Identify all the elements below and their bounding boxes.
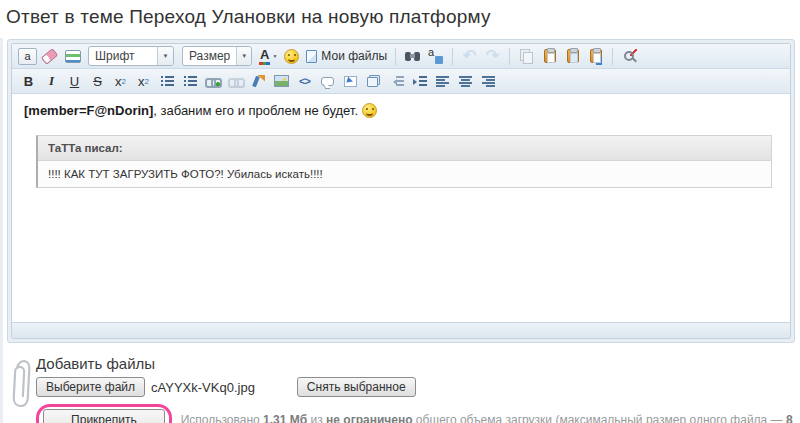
quote-header: ТаТТа писал: — [38, 136, 771, 161]
align-center-icon — [459, 76, 472, 87]
bbcode-toggle-button[interactable]: a — [18, 48, 37, 65]
paste-word-button[interactable] — [585, 46, 606, 66]
undo-button[interactable]: ↶ — [459, 46, 480, 66]
message-text: , забаним его и проблем не будет. — [153, 103, 361, 118]
smiley-icon — [284, 49, 299, 64]
align-left-icon — [436, 76, 449, 87]
find-replace-button[interactable] — [619, 46, 640, 66]
chevron-down-icon[interactable]: ▼ — [236, 47, 251, 65]
toolbar-separator — [509, 48, 510, 65]
paste-plain-icon — [567, 49, 579, 63]
attach-file-row: Прикрепить файл Использовано 1,31 Мб из … — [36, 404, 800, 423]
clear-selection-button[interactable]: Снять выбранное — [297, 377, 416, 397]
attachments-heading: Добавить файлы — [36, 355, 800, 372]
indent-icon — [413, 76, 427, 87]
choose-file-button[interactable]: Выберите файл — [36, 377, 145, 397]
smiley-icon — [362, 103, 377, 118]
size-dropdown[interactable]: Размер ▼ — [182, 46, 252, 66]
search-button[interactable] — [402, 46, 423, 66]
eraser-icon — [41, 48, 58, 65]
usage-prefix: Использовано — [181, 413, 263, 423]
highlight-button[interactable] — [62, 46, 83, 66]
my-files-label: Мои файлы — [321, 49, 387, 63]
emoticons-button[interactable] — [281, 46, 302, 66]
underline-label: U — [70, 74, 79, 89]
editor-resize-bar[interactable] — [12, 322, 790, 338]
message-paragraph: [member=F@nDorin], забаним его и проблем… — [24, 102, 778, 120]
paste-plain-button[interactable] — [562, 46, 583, 66]
bbcode-toggle-label: a — [24, 50, 30, 62]
usage-limit: не ограничено — [326, 413, 412, 423]
bold-label: B — [24, 74, 33, 89]
editor-box: a Шрифт ▼ Размер ▼ A ▼ Мои — [11, 43, 791, 339]
outdent-button[interactable] — [386, 71, 407, 91]
font-dropdown[interactable]: Шрифт ▼ — [88, 46, 174, 66]
member-link-button[interactable] — [248, 71, 269, 91]
code-button[interactable]: <> — [294, 71, 315, 91]
paste-icon — [544, 49, 556, 63]
my-files-button[interactable]: Мои файлы — [304, 46, 389, 66]
paste-button[interactable] — [539, 46, 560, 66]
align-right-button[interactable] — [478, 71, 499, 91]
superscript-button[interactable]: x2 — [133, 71, 154, 91]
toolbar-separator — [395, 48, 396, 65]
chevron-down-icon[interactable]: ▼ — [157, 47, 173, 65]
binoculars-icon — [405, 51, 420, 62]
link-icon — [205, 76, 221, 87]
copy-button[interactable] — [516, 46, 537, 66]
unlink-button[interactable] — [225, 71, 246, 91]
upload-usage-text: Использовано 1,31 Мб из не ограничено об… — [181, 413, 800, 423]
quote-icon — [321, 77, 334, 86]
highlight-icon — [65, 50, 81, 63]
translate-button[interactable]: a — [425, 46, 446, 66]
link-button[interactable] — [202, 71, 223, 91]
subscript-index: 2 — [122, 77, 126, 86]
image-icon — [274, 75, 289, 87]
outdent-icon — [390, 76, 404, 87]
page-title: Ответ в теме Переход Улановки на новую п… — [0, 0, 800, 28]
quote-button[interactable] — [317, 71, 338, 91]
find-replace-icon — [623, 49, 637, 63]
toolbar-separator — [612, 48, 613, 65]
editor-content[interactable]: [member=F@nDorin], забаним его и проблем… — [12, 94, 790, 322]
file-select-row: Выберите файл cAYYXk-VKq0.jpg Снять выбр… — [36, 377, 800, 397]
copy-icon — [520, 49, 533, 63]
usage-suffix: общего объема загрузки (максимальный раз… — [413, 413, 786, 423]
toolbar-separator — [452, 48, 453, 65]
quote-block: ТаТТа писал: !!!! КАК ТУТ ЗАГРУЗИТЬ ФОТО… — [36, 135, 772, 188]
spoiler-button[interactable] — [340, 71, 361, 91]
bold-button[interactable]: B — [18, 71, 39, 91]
redo-icon: ↷ — [486, 48, 499, 64]
remove-format-button[interactable] — [39, 46, 60, 66]
strikethrough-button[interactable]: S — [87, 71, 108, 91]
usage-mid: из — [307, 413, 326, 423]
font-color-icon: A — [259, 47, 270, 65]
redo-button[interactable]: ↷ — [482, 46, 503, 66]
image-button[interactable] — [271, 71, 292, 91]
unlink-icon — [228, 76, 244, 87]
undo-icon: ↶ — [463, 48, 476, 64]
align-center-button[interactable] — [455, 71, 476, 91]
member-icon — [252, 75, 265, 88]
paste-word-icon — [590, 49, 602, 63]
font-color-button[interactable]: A ▼ — [257, 46, 279, 66]
align-left-button[interactable] — [432, 71, 453, 91]
strikethrough-label: S — [93, 74, 102, 89]
superscript-index: 2 — [145, 77, 149, 86]
usage-used: 1,31 Мб — [263, 413, 307, 423]
underline-button[interactable]: U — [64, 71, 85, 91]
indent-button[interactable] — [409, 71, 430, 91]
font-dropdown-label: Шрифт — [89, 49, 157, 63]
reply-editor: a Шрифт ▼ Размер ▼ A ▼ Мои — [7, 39, 795, 343]
spoiler-icon — [344, 76, 357, 87]
media-button[interactable] — [363, 71, 384, 91]
bullet-list-button[interactable] — [156, 71, 177, 91]
attach-annotation-highlight: Прикрепить файл — [36, 404, 172, 423]
numbered-list-button[interactable] — [179, 71, 200, 91]
layers-icon — [367, 75, 380, 87]
italic-button[interactable]: I — [41, 71, 62, 91]
page: Ответ в теме Переход Улановки на новую п… — [0, 0, 800, 423]
paperclip-icon — [8, 354, 33, 413]
attach-file-button[interactable]: Прикрепить файл — [43, 409, 165, 423]
subscript-button[interactable]: x2 — [110, 71, 131, 91]
